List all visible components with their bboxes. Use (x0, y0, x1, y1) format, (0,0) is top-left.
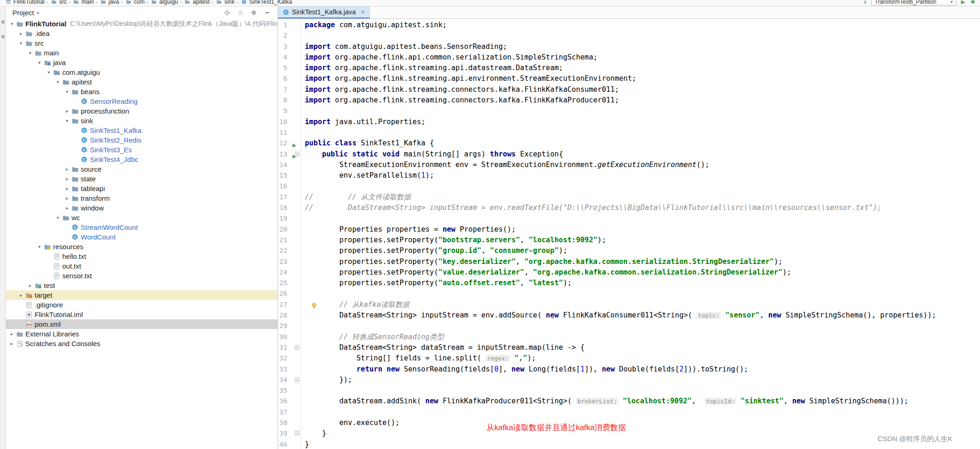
tree-item-src[interactable]: ▾src (6, 38, 278, 48)
gutter[interactable] (288, 321, 301, 331)
code-line[interactable]: 34− }); (278, 375, 980, 385)
gutter[interactable] (288, 203, 301, 213)
code-line[interactable]: 25 properties.setProperty("auto.offset.r… (278, 278, 980, 288)
chevron-down-icon[interactable]: ▾ (8, 21, 16, 26)
chevron-down-icon[interactable]: ▾ (36, 244, 43, 249)
chevron-right-icon[interactable]: ▸ (17, 293, 25, 298)
code-line[interactable]: 1package com.atguigu.apitest.sink; (278, 20, 980, 30)
breadcrumb-item-apitest[interactable]: apitest (182, 0, 211, 6)
gutter[interactable] (288, 73, 301, 84)
code-line[interactable]: 6import org.apache.flink.streaming.api.e… (278, 73, 980, 84)
gutter[interactable] (288, 299, 301, 310)
gutter[interactable] (288, 95, 301, 106)
project-panel-title[interactable]: Project (12, 9, 34, 17)
chevron-right-icon[interactable]: ▸ (63, 186, 71, 191)
chevron-down-icon[interactable]: ▾ (37, 11, 39, 15)
tree-item-sink[interactable]: ▾sink (6, 116, 278, 126)
gutter[interactable]: − (288, 375, 301, 385)
locate-icon[interactable] (224, 10, 230, 16)
tree-item-main[interactable]: ▾main (6, 48, 278, 58)
tree-item-pom-xml[interactable]: mpom.xml (6, 319, 278, 329)
gutter[interactable] (288, 396, 301, 407)
gutter[interactable] (288, 106, 301, 116)
chevron-down-icon[interactable]: ▾ (17, 41, 25, 46)
chevron-right-icon[interactable]: ▸ (63, 167, 71, 172)
code-line[interactable]: 35 (278, 385, 980, 396)
collapse-all-icon[interactable] (237, 10, 244, 16)
gutter[interactable]: − (288, 428, 301, 439)
gutter[interactable] (288, 30, 301, 41)
chevron-down-icon[interactable]: ▾ (36, 60, 43, 65)
gutter[interactable] (288, 310, 301, 321)
chevron-right-icon[interactable]: ▸ (26, 283, 34, 288)
code-editor[interactable]: 1package com.atguigu.apitest.sink;23impo… (278, 19, 980, 449)
gutter[interactable] (288, 138, 301, 149)
breadcrumb-item-com[interactable]: com (123, 0, 146, 6)
intention-bulb-icon[interactable] (311, 301, 317, 307)
code-line[interactable]: 10import java.util.Properties; (278, 117, 980, 127)
code-line[interactable]: 5import org.apache.flink.streaming.api.d… (278, 63, 980, 73)
gutter[interactable] (288, 63, 301, 73)
chevron-down-icon[interactable]: ▾ (54, 79, 62, 84)
code-line[interactable]: 2 (278, 30, 980, 41)
gutter[interactable]: − (288, 149, 301, 160)
tree-item-wordcount[interactable]: CWordCount (6, 232, 278, 242)
code-line[interactable]: 8import org.apache.flink.streaming.conne… (278, 95, 980, 106)
tree-item-tableapi[interactable]: ▸tableapi (6, 184, 278, 193)
code-line[interactable]: 26 (278, 288, 980, 299)
chevron-down-icon[interactable]: ▾ (54, 215, 62, 220)
chevron-right-icon[interactable]: ▸ (63, 108, 71, 114)
code-line[interactable]: 27 // 从kafka读取数据 (278, 299, 980, 310)
code-line[interactable]: 17// // 从文件读取数据 (278, 192, 980, 203)
tree-item-beans[interactable]: ▾beans (6, 87, 278, 96)
tree-item-java[interactable]: ▾java (6, 58, 278, 67)
breadcrumb-item-flinktutorial[interactable]: FlinkTutorial (3, 0, 46, 6)
tree-item-apitest[interactable]: ▾apitest (6, 77, 278, 87)
gutter[interactable] (288, 52, 301, 63)
gutter[interactable] (288, 224, 301, 235)
breadcrumb-item-src[interactable]: src (48, 0, 68, 6)
code-line[interactable]: 37 (278, 407, 980, 418)
gutter[interactable] (288, 160, 301, 170)
gutter[interactable] (288, 42, 301, 52)
tree-item-wc[interactable]: ▾wc (6, 213, 278, 222)
gutter[interactable] (288, 332, 301, 342)
tree-item-test[interactable]: ▸test (6, 281, 278, 290)
code-line[interactable]: 23 properties.setProperty("key.deseriali… (278, 257, 980, 267)
tree-item-source[interactable]: ▸source (6, 164, 278, 174)
close-icon[interactable]: × (361, 8, 365, 16)
chevron-down-icon[interactable]: ▾ (26, 50, 34, 55)
run-config-select[interactable]: TransformTest6_Partition ▾ (871, 0, 956, 6)
breadcrumb-item-java[interactable]: java (98, 0, 120, 6)
code-line[interactable]: 39− } (278, 428, 980, 439)
code-line[interactable]: 22 properties.setProperty("group.id", "c… (278, 245, 980, 256)
chevron-down-icon[interactable]: ▾ (63, 89, 71, 94)
chevron-right-icon[interactable]: ▸ (8, 341, 16, 346)
gutter[interactable] (288, 418, 301, 428)
tree-item-state[interactable]: ▸state (6, 174, 278, 184)
tool-window-stripe[interactable] (0, 6, 6, 449)
gutter[interactable] (288, 439, 301, 449)
tree-item-idea[interactable]: ▸.idea (6, 29, 278, 38)
debug-icon[interactable] (970, 0, 975, 5)
fold-icon[interactable]: − (295, 345, 299, 350)
breadcrumb-item-sink[interactable]: sink (214, 0, 236, 6)
gutter[interactable] (288, 235, 301, 245)
tree-item-scratches-and-consoles[interactable]: ▸Scratches and Consoles (6, 339, 278, 348)
gutter[interactable] (288, 170, 301, 181)
code-line[interactable]: 21 properties.setProperty("bootstrap.ser… (278, 235, 980, 245)
tree-item-sensor-txt[interactable]: sensor.txt (6, 271, 278, 281)
code-line[interactable]: 4import org.apache.flink.api.common.seri… (278, 52, 980, 63)
tool-stripe-icon[interactable] (1, 35, 5, 38)
breadcrumb-item-sinktest1-kafka[interactable]: CSinkTest1_Kafka (238, 0, 293, 6)
tree-item-external-libraries[interactable]: ▸External Libraries (6, 329, 278, 339)
code-line[interactable]: 11 (278, 127, 980, 138)
tree-item-out-txt[interactable]: out.txt (6, 261, 278, 271)
code-line[interactable]: 13− public static void main(String[] arg… (278, 149, 980, 160)
code-line[interactable]: 14 StreamExecutionEnvironment env = Stre… (278, 160, 980, 170)
fold-icon[interactable]: − (295, 377, 299, 382)
code-line[interactable]: 9 (278, 106, 980, 116)
chevron-right-icon[interactable]: ▸ (17, 31, 25, 36)
tree-item-sensorreading[interactable]: CSensorReading (6, 96, 278, 106)
code-line[interactable]: 24 properties.setProperty("value.deseria… (278, 267, 980, 278)
